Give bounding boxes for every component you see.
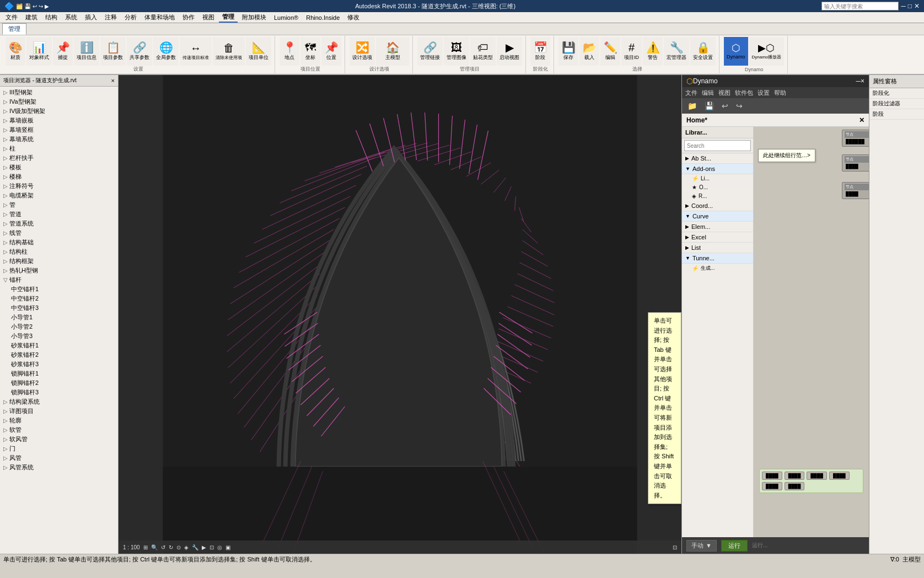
green-node-1[interactable]: ████ <box>762 472 782 480</box>
viewport-expand-btn[interactable]: ⊡ <box>673 544 677 550</box>
tree-item[interactable]: 小导管1 <box>0 313 118 322</box>
ribbon-btn-macro[interactable]: 🔧 宏管理器 <box>664 37 689 66</box>
tree-item[interactable]: ▷ 热轧H型钢 <box>0 266 118 275</box>
ribbon-btn-purge[interactable]: 🗑 清除未使用项 <box>213 37 245 66</box>
tree-item[interactable]: ▷ 轮廓 <box>0 416 118 425</box>
menu-analyze[interactable]: 分析 <box>121 13 140 22</box>
tree-item-anchor[interactable]: ▽ 锚杆 <box>0 275 118 285</box>
library-search-input[interactable] <box>684 140 751 151</box>
tree-item[interactable]: ▷ III型钢架 <box>0 88 118 97</box>
tree-item[interactable]: ▷ 幕墙嵌板 <box>0 116 118 125</box>
dynamo-tool-save[interactable]: 💾 <box>702 100 716 111</box>
ribbon-btn-dynamo-player[interactable]: ▶⬡ Dynamo播放器 <box>749 37 785 66</box>
ribbon-btn-material[interactable]: 🎨 材质 <box>6 37 25 66</box>
ribbon-btn-manage-images[interactable]: 🖼 管理图像 <box>444 37 469 66</box>
lib-section-abstract[interactable]: ▶ Ab St... <box>682 153 753 164</box>
close-btn[interactable]: ✕ <box>914 2 920 10</box>
tree-item[interactable]: ▷ 楼板 <box>0 163 118 172</box>
menu-architecture[interactable]: 建筑 <box>22 13 41 22</box>
dynamo-close-btn[interactable]: × <box>861 77 864 85</box>
ribbon-btn-edit-sel[interactable]: ✏️ 编辑 <box>600 37 620 66</box>
tree-item[interactable]: ▷ 幕墙系统 <box>0 135 118 144</box>
lib-section-coord[interactable]: ▶ Coord... <box>682 201 753 211</box>
tree-item[interactable]: 锁脚锚杆1 <box>0 369 118 378</box>
tree-item[interactable]: ▷ 软管 <box>0 425 118 435</box>
tree-item[interactable]: ▷ IV级加型钢架 <box>0 106 118 116</box>
lib-section-elem[interactable]: ▶ Elem... <box>682 222 753 232</box>
menu-systems[interactable]: 系统 <box>62 13 80 22</box>
view-icon-undo[interactable]: ↺ <box>161 544 165 550</box>
dynamo-tool-undo[interactable]: ↩ <box>719 100 730 111</box>
tree-item[interactable]: ▷ 管道系统 <box>0 219 118 228</box>
tree-item[interactable]: 砂浆锚杆1 <box>0 341 118 350</box>
tree-item[interactable]: ▷ 门 <box>0 444 118 453</box>
tree-item[interactable]: ▷ 软风管 <box>0 435 118 444</box>
menu-manage[interactable]: 管理 <box>219 12 238 23</box>
green-node-2[interactable]: ████ <box>785 472 805 480</box>
tree-item[interactable]: ▷ 管道 <box>0 210 118 219</box>
menu-lumion[interactable]: Lumion® <box>271 14 302 22</box>
tree-item[interactable]: 锁脚锚杆2 <box>0 378 118 388</box>
tab-manage[interactable]: 管理 <box>2 23 26 35</box>
menu-structure[interactable]: 结构 <box>42 13 61 22</box>
dynamo-menu-file[interactable]: 文件 <box>685 89 697 97</box>
exec-run-button[interactable]: 运行 <box>721 540 748 552</box>
home-tab-close[interactable]: ✕ <box>859 116 864 124</box>
view-icon-redo[interactable]: ↻ <box>169 544 173 550</box>
view-icon-solid[interactable]: ▣ <box>225 544 230 550</box>
view-icon-wireframe[interactable]: ◎ <box>217 544 222 550</box>
ribbon-btn-shared-param[interactable]: 🔗 共享参数 <box>127 37 152 66</box>
menu-modify[interactable]: 修改 <box>344 13 363 22</box>
tree-item[interactable]: ▷ 结构柱 <box>0 247 118 256</box>
tree-item[interactable]: 砂浆锚杆3 <box>0 360 118 369</box>
tree-item[interactable]: ▷ 结构基础 <box>0 238 118 247</box>
ribbon-btn-manage-links[interactable]: 🔗 管理链接 <box>417 37 443 66</box>
prop-item-phase[interactable]: 阶段化 <box>869 88 924 99</box>
ribbon-btn-snap[interactable]: 📌 捕捉 <box>53 37 73 66</box>
tree-item[interactable]: ▷ 风管系统 <box>0 463 118 472</box>
menu-view[interactable]: 视图 <box>199 13 218 22</box>
ribbon-btn-location[interactable]: 📍 地点 <box>280 37 299 66</box>
ribbon-btn-security[interactable]: 🔒 安全设置 <box>690 37 716 66</box>
menu-addins[interactable]: 附加模块 <box>239 13 270 22</box>
menu-collaborate[interactable]: 协作 <box>179 13 198 22</box>
menu-insert[interactable]: 插入 <box>82 13 100 22</box>
tree-item[interactable]: 小导管2 <box>0 322 118 331</box>
lib-section-curve[interactable]: ▼ Curve <box>682 211 753 222</box>
ribbon-btn-proj-id[interactable]: # 项目ID <box>621 37 642 66</box>
ribbon-btn-main-model[interactable]: 🏠 主模型 <box>376 37 409 66</box>
view-icon-settings[interactable]: 🔧 <box>192 544 198 550</box>
prop-item-phase-filter[interactable]: 阶段过滤器 <box>869 99 924 109</box>
ribbon-btn-proj-unit[interactable]: 📐 项目单位 <box>246 37 271 66</box>
tree-item[interactable]: 砂浆锚杆2 <box>0 350 118 360</box>
dynamo-menu-view[interactable]: 视图 <box>718 89 730 97</box>
ribbon-btn-load-sel[interactable]: 📂 载入 <box>579 37 599 66</box>
lib-section-list[interactable]: ▶ List <box>682 243 753 253</box>
dyn-node-5[interactable]: 节点 ████ <box>842 154 869 172</box>
dynamo-menu-help[interactable]: 帮助 <box>774 89 786 97</box>
view-icon-home[interactable]: ⊞ <box>143 544 148 550</box>
lib-sub-item-li[interactable]: ⚡ Li... <box>682 174 753 183</box>
dynamo-menu-settings[interactable]: 设置 <box>758 89 770 97</box>
ribbon-btn-phase[interactable]: 📅 阶段 <box>530 37 550 66</box>
tree-item[interactable]: ▷ 注释符号 <box>0 181 118 191</box>
tree-item[interactable]: ▷ 结构框架 <box>0 256 118 266</box>
tree-item[interactable]: ▷ 详图项目 <box>0 406 118 416</box>
ribbon-btn-transfer[interactable]: ↔ 传递项目标准 <box>180 37 212 66</box>
tree-item[interactable]: 小导管3 <box>0 331 118 341</box>
tree-item[interactable]: ▷ 幕墙竖框 <box>0 125 118 135</box>
title-search-input[interactable] <box>821 2 899 10</box>
viewport[interactable]: 单击可进行选择; 按 Tab 键并单击可选择其他项目; 按 Ctrl 键并单击可… <box>119 75 681 554</box>
view-icon-zoom[interactable]: 🔍 <box>151 544 158 550</box>
lib-sub-item-star[interactable]: ★ O... <box>682 183 753 192</box>
maximize-btn[interactable]: □ <box>908 2 912 10</box>
minimize-btn[interactable]: ─ <box>901 2 906 10</box>
dyn-node-9[interactable]: 节点 ████ <box>842 182 869 199</box>
lib-sub-item-tunnel1[interactable]: ⚡ 生成... <box>682 264 753 274</box>
dynamo-tool-redo[interactable]: ↪ <box>734 100 745 111</box>
ribbon-btn-startup[interactable]: ▶ 启动视图 <box>497 37 522 66</box>
dynamo-minimize[interactable]: ─ <box>856 77 861 85</box>
tree-item[interactable]: ▷ 风管 <box>0 453 118 463</box>
prop-item-phase2[interactable]: 阶段 <box>869 109 924 120</box>
ribbon-btn-coord[interactable]: 🗺 坐标 <box>300 37 320 66</box>
